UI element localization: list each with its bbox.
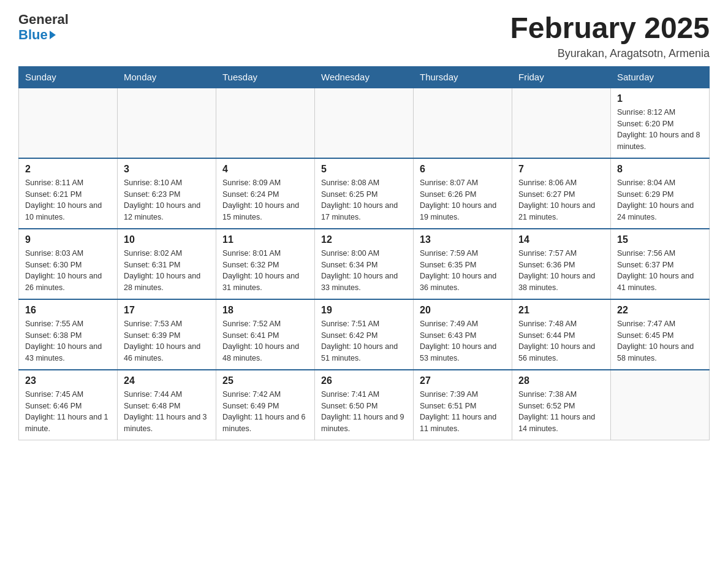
day-info: Sunrise: 8:06 AMSunset: 6:27 PMDaylight:… xyxy=(518,177,604,223)
day-number: 18 xyxy=(222,305,308,316)
day-info: Sunrise: 7:38 AMSunset: 6:52 PMDaylight:… xyxy=(518,389,604,435)
day-info: Sunrise: 7:55 AMSunset: 6:38 PMDaylight:… xyxy=(25,318,111,364)
day-info: Sunrise: 8:01 AMSunset: 6:32 PMDaylight:… xyxy=(222,248,308,294)
day-info: Sunrise: 8:00 AMSunset: 6:34 PMDaylight:… xyxy=(321,248,407,294)
calendar-cell: 6Sunrise: 8:07 AMSunset: 6:26 PMDaylight… xyxy=(414,158,512,229)
calendar-cell: 20Sunrise: 7:49 AMSunset: 6:43 PMDayligh… xyxy=(414,299,512,370)
calendar-cell xyxy=(118,88,216,158)
column-header-saturday: Saturday xyxy=(611,66,710,88)
day-number: 22 xyxy=(617,305,703,316)
day-number: 1 xyxy=(617,93,703,104)
day-number: 28 xyxy=(518,375,604,386)
calendar-cell: 4Sunrise: 8:09 AMSunset: 6:24 PMDaylight… xyxy=(216,158,315,229)
day-number: 10 xyxy=(124,234,210,245)
calendar-cell: 18Sunrise: 7:52 AMSunset: 6:41 PMDayligh… xyxy=(216,299,315,370)
day-info: Sunrise: 7:41 AMSunset: 6:50 PMDaylight:… xyxy=(321,389,407,435)
day-number: 25 xyxy=(222,375,308,386)
week-row-4: 16Sunrise: 7:55 AMSunset: 6:38 PMDayligh… xyxy=(19,299,710,370)
day-number: 15 xyxy=(617,234,703,245)
day-info: Sunrise: 8:12 AMSunset: 6:20 PMDaylight:… xyxy=(617,107,703,153)
calendar-cell: 10Sunrise: 8:02 AMSunset: 6:31 PMDayligh… xyxy=(118,229,216,299)
calendar-cell: 22Sunrise: 7:47 AMSunset: 6:45 PMDayligh… xyxy=(611,299,710,370)
day-info: Sunrise: 7:47 AMSunset: 6:45 PMDaylight:… xyxy=(617,318,703,364)
day-number: 13 xyxy=(420,234,506,245)
day-number: 19 xyxy=(321,305,407,316)
calendar-cell: 24Sunrise: 7:44 AMSunset: 6:48 PMDayligh… xyxy=(118,370,216,440)
day-info: Sunrise: 8:02 AMSunset: 6:31 PMDaylight:… xyxy=(124,248,210,294)
calendar-cell: 26Sunrise: 7:41 AMSunset: 6:50 PMDayligh… xyxy=(315,370,414,440)
column-header-thursday: Thursday xyxy=(414,66,512,88)
calendar-cell: 21Sunrise: 7:48 AMSunset: 6:44 PMDayligh… xyxy=(512,299,611,370)
day-number: 2 xyxy=(25,164,111,175)
calendar-cell: 12Sunrise: 8:00 AMSunset: 6:34 PMDayligh… xyxy=(315,229,414,299)
calendar-cell: 16Sunrise: 7:55 AMSunset: 6:38 PMDayligh… xyxy=(19,299,118,370)
week-row-2: 2Sunrise: 8:11 AMSunset: 6:21 PMDaylight… xyxy=(19,158,710,229)
day-info: Sunrise: 7:51 AMSunset: 6:42 PMDaylight:… xyxy=(321,318,407,364)
day-info: Sunrise: 8:08 AMSunset: 6:25 PMDaylight:… xyxy=(321,177,407,223)
day-number: 23 xyxy=(25,375,111,386)
day-number: 5 xyxy=(321,164,407,175)
column-header-sunday: Sunday xyxy=(19,66,118,88)
calendar-cell: 23Sunrise: 7:45 AMSunset: 6:46 PMDayligh… xyxy=(19,370,118,440)
day-info: Sunrise: 7:44 AMSunset: 6:48 PMDaylight:… xyxy=(124,389,210,435)
day-info: Sunrise: 8:10 AMSunset: 6:23 PMDaylight:… xyxy=(124,177,210,223)
day-number: 17 xyxy=(124,305,210,316)
calendar-cell: 3Sunrise: 8:10 AMSunset: 6:23 PMDaylight… xyxy=(118,158,216,229)
calendar-header-row: SundayMondayTuesdayWednesdayThursdayFrid… xyxy=(19,66,710,88)
column-header-friday: Friday xyxy=(512,66,611,88)
day-info: Sunrise: 8:03 AMSunset: 6:30 PMDaylight:… xyxy=(25,248,111,294)
column-header-tuesday: Tuesday xyxy=(216,66,315,88)
calendar-cell: 27Sunrise: 7:39 AMSunset: 6:51 PMDayligh… xyxy=(414,370,512,440)
day-info: Sunrise: 8:04 AMSunset: 6:29 PMDaylight:… xyxy=(617,177,703,223)
week-row-3: 9Sunrise: 8:03 AMSunset: 6:30 PMDaylight… xyxy=(19,229,710,299)
calendar-cell xyxy=(19,88,118,158)
day-info: Sunrise: 8:07 AMSunset: 6:26 PMDaylight:… xyxy=(420,177,506,223)
day-info: Sunrise: 7:59 AMSunset: 6:35 PMDaylight:… xyxy=(420,248,506,294)
calendar-cell: 5Sunrise: 8:08 AMSunset: 6:25 PMDaylight… xyxy=(315,158,414,229)
location-subtitle: Byurakan, Aragatsotn, Armenia xyxy=(510,47,710,60)
day-number: 14 xyxy=(518,234,604,245)
calendar-cell: 2Sunrise: 8:11 AMSunset: 6:21 PMDaylight… xyxy=(19,158,118,229)
day-info: Sunrise: 8:11 AMSunset: 6:21 PMDaylight:… xyxy=(25,177,111,223)
calendar-cell: 15Sunrise: 7:56 AMSunset: 6:37 PMDayligh… xyxy=(611,229,710,299)
day-number: 7 xyxy=(518,164,604,175)
day-number: 4 xyxy=(222,164,308,175)
day-info: Sunrise: 7:48 AMSunset: 6:44 PMDaylight:… xyxy=(518,318,604,364)
calendar-cell: 7Sunrise: 8:06 AMSunset: 6:27 PMDaylight… xyxy=(512,158,611,229)
calendar-cell xyxy=(315,88,414,158)
calendar-cell xyxy=(512,88,611,158)
calendar-cell: 13Sunrise: 7:59 AMSunset: 6:35 PMDayligh… xyxy=(414,229,512,299)
day-number: 21 xyxy=(518,305,604,316)
day-info: Sunrise: 7:56 AMSunset: 6:37 PMDaylight:… xyxy=(617,248,703,294)
calendar-cell: 8Sunrise: 8:04 AMSunset: 6:29 PMDaylight… xyxy=(611,158,710,229)
day-info: Sunrise: 7:42 AMSunset: 6:49 PMDaylight:… xyxy=(222,389,308,435)
day-number: 20 xyxy=(420,305,506,316)
calendar-table: SundayMondayTuesdayWednesdayThursdayFrid… xyxy=(18,66,710,440)
day-number: 8 xyxy=(617,164,703,175)
day-info: Sunrise: 7:52 AMSunset: 6:41 PMDaylight:… xyxy=(222,318,308,364)
day-number: 12 xyxy=(321,234,407,245)
calendar-cell xyxy=(216,88,315,158)
calendar-cell: 25Sunrise: 7:42 AMSunset: 6:49 PMDayligh… xyxy=(216,370,315,440)
day-number: 24 xyxy=(124,375,210,386)
calendar-cell: 17Sunrise: 7:53 AMSunset: 6:39 PMDayligh… xyxy=(118,299,216,370)
day-number: 26 xyxy=(321,375,407,386)
day-info: Sunrise: 8:09 AMSunset: 6:24 PMDaylight:… xyxy=(222,177,308,223)
calendar-cell: 9Sunrise: 8:03 AMSunset: 6:30 PMDaylight… xyxy=(19,229,118,299)
calendar-cell xyxy=(611,370,710,440)
calendar-cell: 11Sunrise: 8:01 AMSunset: 6:32 PMDayligh… xyxy=(216,229,315,299)
logo-general-text: General xyxy=(18,12,69,27)
logo: General Blue xyxy=(18,12,69,43)
calendar-cell: 28Sunrise: 7:38 AMSunset: 6:52 PMDayligh… xyxy=(512,370,611,440)
day-info: Sunrise: 7:57 AMSunset: 6:36 PMDaylight:… xyxy=(518,248,604,294)
column-header-monday: Monday xyxy=(118,66,216,88)
column-header-wednesday: Wednesday xyxy=(315,66,414,88)
page-header: General Blue February 2025 Byurakan, Ara… xyxy=(18,12,710,60)
day-info: Sunrise: 7:49 AMSunset: 6:43 PMDaylight:… xyxy=(420,318,506,364)
day-number: 3 xyxy=(124,164,210,175)
calendar-cell xyxy=(414,88,512,158)
day-number: 9 xyxy=(25,234,111,245)
month-title: February 2025 xyxy=(510,12,710,45)
day-number: 16 xyxy=(25,305,111,316)
week-row-1: 1Sunrise: 8:12 AMSunset: 6:20 PMDaylight… xyxy=(19,88,710,158)
